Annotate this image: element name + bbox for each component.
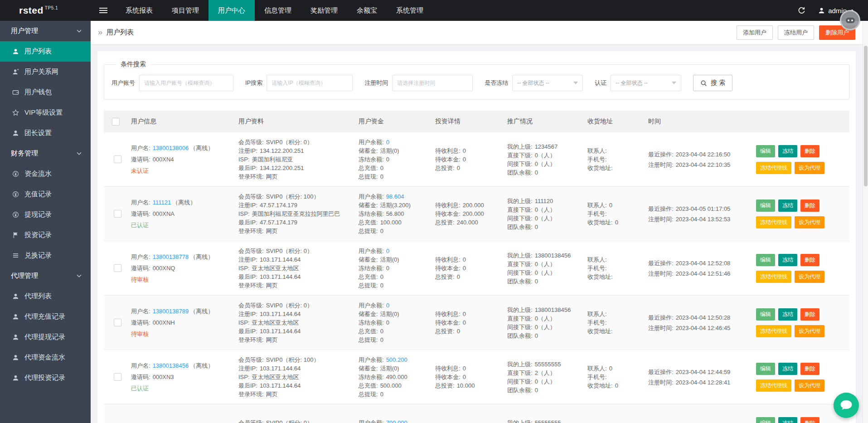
row-checkbox[interactable]	[114, 319, 121, 326]
freeze-agent-button[interactable]: 冻结代理线	[756, 216, 791, 229]
field-value[interactable]: 0	[386, 248, 389, 254]
username-link[interactable]: 13800138456	[153, 362, 189, 369]
chevron-down-icon	[77, 274, 82, 277]
field-value[interactable]: 0	[386, 139, 389, 146]
sidebar-item[interactable]: 兑换记录	[0, 245, 91, 266]
account-input[interactable]	[139, 75, 233, 91]
sidebar-item[interactable]: 团长设置	[0, 123, 91, 143]
freeze-button[interactable]: 冻结	[778, 145, 797, 157]
freeze-agent-button[interactable]: 冻结代理线	[756, 325, 791, 337]
delete-button[interactable]: 删除	[800, 254, 820, 266]
register-time-input[interactable]	[392, 75, 473, 91]
chat-button[interactable]	[834, 393, 859, 418]
edit-button[interactable]: 编辑	[756, 145, 775, 157]
sidebar-item[interactable]: 投资记录	[0, 225, 91, 245]
freeze-button[interactable]: 冻结	[778, 417, 797, 423]
nav-item[interactable]: 系统管理	[387, 0, 433, 21]
username-label: 用户名:	[131, 308, 150, 315]
scrollbar-thumb[interactable]	[864, 46, 868, 186]
nav-item[interactable]: 项目管理	[162, 0, 209, 21]
sidebar-item[interactable]: 代理投资记录	[0, 368, 91, 388]
username-link[interactable]: 13800138789	[153, 308, 189, 315]
add-user-button[interactable]: 添加用户	[737, 25, 773, 40]
delete-button[interactable]: 删除	[800, 363, 820, 375]
scrollbar[interactable]	[863, 21, 868, 423]
field-value[interactable]: 98.604	[386, 193, 404, 200]
edit-button[interactable]: 编辑	[756, 308, 775, 321]
sidebar-item[interactable]: 代理资金流水	[0, 347, 91, 368]
edit-button[interactable]: 编辑	[756, 254, 775, 266]
cell-actions: 编辑冻结删除冻结代理线设为代理	[756, 350, 849, 404]
account-label: 用户账号	[112, 79, 135, 87]
freeze-select[interactable]: -- 全部状态 --	[512, 75, 583, 91]
sidebar-item[interactable]: 用户关系网	[0, 62, 91, 82]
nav-item[interactable]: 系统报表	[116, 0, 162, 21]
sidebar-group[interactable]: 代理管理	[0, 266, 91, 286]
field-value: 网页	[266, 282, 278, 289]
refresh-icon[interactable]	[798, 7, 805, 15]
set-agent-button[interactable]: 设为代理	[795, 271, 824, 283]
search-button[interactable]: 搜 索	[693, 75, 732, 91]
row-checkbox[interactable]	[114, 264, 121, 272]
sidebar-group[interactable]: 用户管理	[0, 21, 91, 41]
freeze-button[interactable]: 冻结	[778, 199, 797, 212]
edit-button[interactable]: 编辑	[756, 417, 775, 423]
sidebar-item[interactable]: VIP等级设置	[0, 102, 91, 123]
delete-button[interactable]: 删除	[800, 145, 820, 157]
freeze-button[interactable]: 冻结	[778, 308, 797, 321]
sidebar-item[interactable]: 代理提现记录	[0, 327, 91, 347]
set-agent-button[interactable]: 设为代理	[795, 216, 824, 229]
field-label: 手机号:	[587, 374, 607, 380]
sidebar-item[interactable]: 提现记录	[0, 204, 91, 225]
menu-toggle-icon[interactable]	[91, 0, 116, 21]
register-time-label: 注册时间	[364, 79, 388, 87]
field-value[interactable]: 0	[386, 302, 389, 309]
auth-select[interactable]: -- 全部状态 --	[611, 75, 681, 91]
username-link[interactable]: 13800138006	[153, 145, 189, 151]
field-value[interactable]: 700.000	[386, 419, 407, 423]
delete-button[interactable]: 删除	[800, 308, 820, 321]
sidebar-group[interactable]: 财务管理	[0, 143, 91, 164]
username-link[interactable]: 13800138778	[153, 253, 189, 260]
sidebar-item[interactable]: 资金流水	[0, 164, 91, 184]
sidebar-item[interactable]: 充值记录	[0, 184, 91, 204]
row-checkbox[interactable]	[114, 156, 121, 163]
field-value: 亚太地区亚太地区	[252, 265, 299, 272]
username-link[interactable]: 111121	[153, 199, 171, 206]
freeze-agent-button[interactable]: 冻结代理线	[756, 271, 791, 283]
field-label: 待收利息:	[435, 202, 461, 209]
select-all-checkbox[interactable]	[112, 118, 120, 126]
freeze-agent-button[interactable]: 冻结代理线	[756, 379, 791, 392]
set-agent-button[interactable]: 设为代理	[795, 379, 824, 392]
field-label: 冻结余额:	[359, 374, 384, 380]
row-checkbox[interactable]	[114, 373, 121, 381]
edit-button[interactable]: 编辑	[756, 199, 775, 212]
field-value: 47.57.174.179	[260, 202, 297, 209]
nav-item[interactable]: 奖励管理	[301, 0, 347, 21]
delete-button[interactable]: 删除	[800, 199, 820, 212]
nav-item[interactable]: 信息管理	[255, 0, 301, 21]
freeze-agent-button[interactable]: 冻结代理线	[756, 162, 791, 174]
nav-item[interactable]: 余额宝	[347, 0, 387, 21]
field-label: 总充值:	[359, 382, 378, 389]
set-agent-button[interactable]: 设为代理	[795, 325, 824, 337]
ip-input[interactable]	[267, 75, 353, 91]
set-agent-button[interactable]: 设为代理	[795, 162, 824, 174]
field-label: 团队余额:	[507, 278, 533, 285]
freeze-button[interactable]: 冻结	[778, 363, 797, 375]
delete-button[interactable]: 删除	[800, 417, 820, 423]
row-checkbox[interactable]	[114, 210, 121, 218]
sidebar-item[interactable]: 用户列表	[0, 41, 91, 62]
sidebar-item[interactable]: 用户钱包	[0, 82, 91, 102]
floating-service-widget[interactable]	[840, 10, 860, 30]
nav-item[interactable]: 用户中心	[209, 0, 255, 21]
cell-profile: 会员等级:SVIP0（积分: 0）注册IP:134.122.200.251ISP…	[238, 132, 359, 186]
sidebar-item[interactable]: 代理充值记录	[0, 306, 91, 327]
freeze-button[interactable]: 冻结	[778, 254, 797, 266]
freeze-user-button[interactable]: 冻结用户	[778, 25, 814, 40]
cell-time: 最近操作:2023-04-04 22:16:50注册时间:2023-04-04 …	[648, 132, 756, 186]
sidebar-item[interactable]: 代理列表	[0, 286, 91, 306]
edit-button[interactable]: 编辑	[756, 363, 775, 375]
field-value[interactable]: 500.200	[386, 356, 407, 363]
sidebar-item-label: 提现记录	[24, 210, 52, 219]
